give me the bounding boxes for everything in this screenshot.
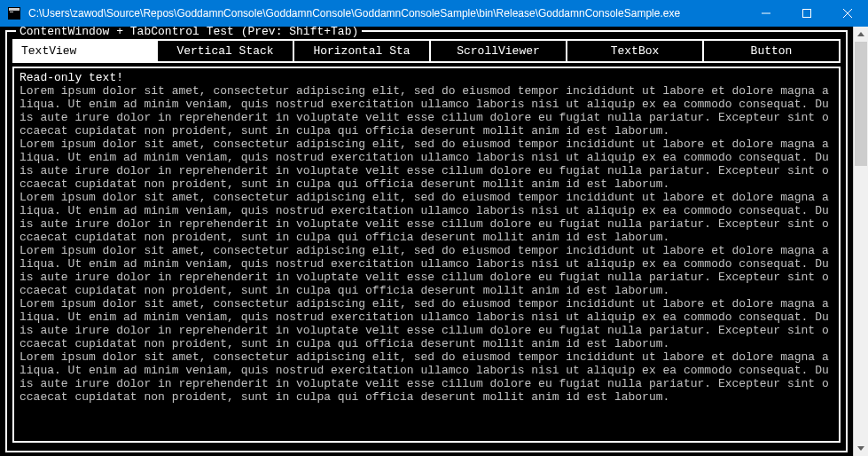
text-view-content: Read-only text! Lorem ipsum dolor sit am… xyxy=(20,71,833,404)
svg-rect-1 xyxy=(9,8,20,11)
content-window-frame: ContentWindow + TabControl Test (Prev: S… xyxy=(5,30,848,452)
minimize-button[interactable] xyxy=(746,0,786,27)
scroll-down-button[interactable] xyxy=(854,441,868,456)
console-area: ContentWindow + TabControl Test (Prev: S… xyxy=(0,27,868,456)
svg-marker-7 xyxy=(857,32,864,36)
tab-vertical-stack[interactable]: Vertical Stack xyxy=(156,39,294,63)
tab-horizontal-sta[interactable]: Horizontal Sta xyxy=(293,39,431,63)
window-titlebar: C:\Users\zawod\Source\Repos\GoddamnConso… xyxy=(0,0,868,27)
frame-title: ContentWindow + TabControl Test (Prev: S… xyxy=(16,27,362,38)
window-title: C:\Users\zawod\Source\Repos\GoddamnConso… xyxy=(28,7,746,20)
scroll-up-button[interactable] xyxy=(854,27,868,42)
scroll-thumb[interactable] xyxy=(855,42,867,166)
tab-scrollviewer[interactable]: ScrollViewer xyxy=(429,39,567,63)
window-controls xyxy=(746,0,868,27)
app-icon xyxy=(7,6,21,20)
maximize-button[interactable] xyxy=(786,0,827,27)
tab-textbox[interactable]: TextBox xyxy=(566,39,704,63)
tab-bar: TextViewVertical StackHorizontal StaScro… xyxy=(12,39,841,63)
tab-textview[interactable]: TextView xyxy=(12,39,158,63)
content-header-line: Read-only text! xyxy=(20,71,123,84)
vertical-scrollbar[interactable] xyxy=(853,27,868,456)
svg-marker-8 xyxy=(857,446,864,451)
svg-rect-4 xyxy=(803,10,811,18)
close-button[interactable] xyxy=(827,0,868,27)
content-panel: Read-only text! Lorem ipsum dolor sit am… xyxy=(12,67,841,443)
svg-rect-2 xyxy=(10,12,13,12)
tab-button[interactable]: Button xyxy=(702,39,841,63)
